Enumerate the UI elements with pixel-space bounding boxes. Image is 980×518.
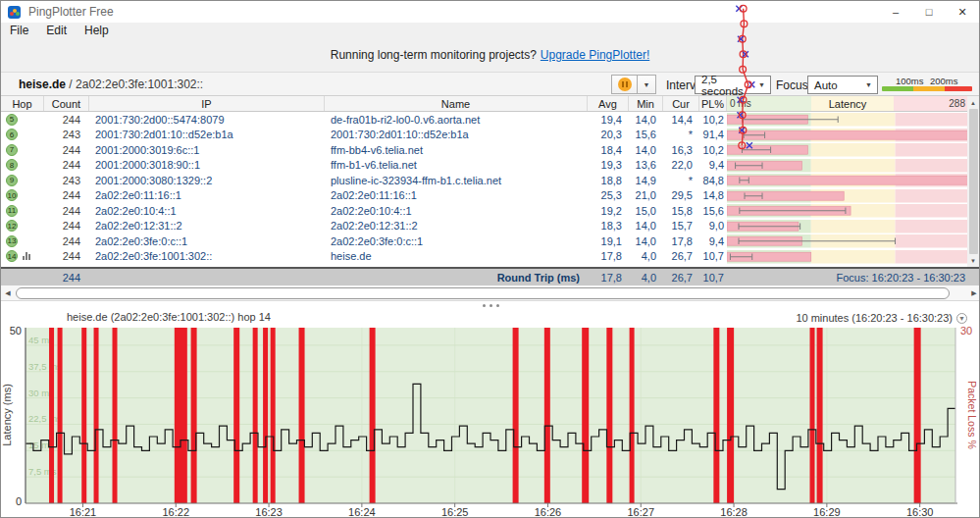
table-row[interactable]: 12 244 2a02:2e0:12:31::2 2a02:2e0:12:31:… <box>1 219 969 234</box>
scroll-up-icon[interactable]: ▲ <box>967 96 979 109</box>
cur-cell: * <box>663 173 699 188</box>
table-row[interactable]: 9 243 2001:2000:3080:1329::2 plusline-ic… <box>1 173 969 188</box>
min-cell: 14,0 <box>629 142 663 158</box>
min-cell: 14,0 <box>629 219 663 234</box>
svg-text:16:23: 16:23 <box>255 506 283 518</box>
chevron-down-icon: ▼ <box>758 81 765 88</box>
hop-cell: 8 <box>1 158 44 174</box>
avg-cell: 19,1 <box>588 233 629 249</box>
svg-text:16:21: 16:21 <box>70 506 97 518</box>
name-cell: 2a02:2e0:12:31::2 <box>325 219 588 234</box>
avg-cell: 20,3 <box>588 128 629 143</box>
ip-cell: 2a02:2e0:10:4::1 <box>89 203 325 219</box>
header-count[interactable]: Count <box>44 96 89 111</box>
menu-file[interactable]: File <box>1 24 37 37</box>
target-field[interactable]: heise.de / 2a02:2e0:3fe:1001:302:: <box>19 78 203 91</box>
svg-text:16:29: 16:29 <box>813 506 841 518</box>
scroll-left-icon[interactable]: ◀ <box>1 285 15 300</box>
table-row[interactable]: 13 244 2a02:2e0:3fe:0:c::1 2a02:2e0:3fe:… <box>1 233 969 249</box>
round-trip-label: Round Trip (ms) <box>325 272 588 284</box>
avg-cell: 18,3 <box>588 219 629 234</box>
latency-graph-cell <box>727 188 969 204</box>
table-row[interactable]: 8 244 2001:2000:3018:90::1 ffm-b1-v6.tel… <box>1 158 969 174</box>
vertical-scroll-thumb[interactable] <box>969 109 978 254</box>
focus-select[interactable]: Auto ▼ <box>807 76 878 94</box>
latency-graph-cell <box>727 203 969 219</box>
count-cell: 244 <box>44 188 89 204</box>
menu-edit[interactable]: Edit <box>37 24 76 37</box>
focus-label: Focus <box>776 78 808 92</box>
header-name[interactable]: Name <box>325 96 588 111</box>
scroll-down-icon[interactable]: ▼ <box>967 254 979 267</box>
pause-dropdown-button[interactable]: ▼ <box>637 75 656 94</box>
timeline-header: heise.de (2a02:2e0:3fe:1001:302::) hop 1… <box>1 309 980 326</box>
trace-table-header: Hop Count IP Name Avg Min Cur PL% 0 ms L… <box>1 96 969 112</box>
table-row[interactable]: 7 244 2001:2000:3019:6c::1 ffm-bb4-v6.te… <box>1 142 969 158</box>
legend-100ms: 100ms <box>896 76 924 86</box>
pl-cell: 9,4 <box>699 233 727 249</box>
round-trip-avg: 17,8 <box>588 269 629 285</box>
horizontal-scroll-thumb[interactable] <box>16 287 950 299</box>
latency-graph-cell <box>727 249 969 265</box>
pause-button[interactable] <box>611 75 638 94</box>
table-vertical-scrollbar[interactable]: ▲ ▼ <box>967 96 979 267</box>
table-row[interactable]: 11 244 2a02:2e0:10:4::1 2a02:2e0:10:4::1… <box>1 203 969 219</box>
latency-color-legend: 100ms 200ms <box>882 76 972 94</box>
header-min[interactable]: Min <box>629 96 663 111</box>
avg-cell: 18,4 <box>588 142 629 158</box>
name-cell: ffm-b1-v6.telia.net <box>325 158 588 174</box>
name-cell: ffm-bb4-v6.telia.net <box>325 142 588 158</box>
count-cell: 244 <box>44 158 89 174</box>
target-host: heise.de <box>19 78 66 91</box>
min-cell: 21,0 <box>629 188 663 204</box>
latency-graph-cell <box>727 219 969 234</box>
header-latency[interactable]: 0 ms Latency 288 <box>727 96 969 111</box>
timeline-range-select[interactable]: 10 minutes (16:20:23 - 16:30:23) ▼ <box>796 312 967 324</box>
hop-badge: 8 <box>6 159 18 171</box>
name-cell: heise.de <box>325 249 588 265</box>
count-cell: 244 <box>44 203 89 219</box>
header-ip[interactable]: IP <box>89 96 325 111</box>
table-horizontal-scrollbar[interactable]: ◀ ▶ <box>1 285 980 301</box>
pl-cell: 84,8 <box>699 173 727 188</box>
scroll-right-icon[interactable]: ▶ <box>967 285 980 300</box>
latency-graph-cell <box>727 142 969 158</box>
svg-text:50: 50 <box>10 325 22 337</box>
min-cell: 15,0 <box>629 203 663 219</box>
hop-badge: 6 <box>6 129 18 140</box>
cur-cell: 16,3 <box>663 142 699 158</box>
count-cell: 244 <box>44 233 89 249</box>
name-cell: plusline-ic-323934-ffm-b1.c.telia.net <box>325 173 588 188</box>
close-button[interactable]: ✕ <box>946 1 979 23</box>
pl-cell: 9,4 <box>699 158 727 174</box>
name-cell: 2a02:2e0:11:16::1 <box>325 188 588 204</box>
hop-badge: 13 <box>6 235 18 247</box>
cur-cell: 15,7 <box>663 219 699 234</box>
title-bar: PingPlotter Free – □ ✕ <box>1 1 979 23</box>
header-avg[interactable]: Avg <box>588 96 629 111</box>
cur-cell: * <box>663 128 699 143</box>
cur-cell: 15,8 <box>663 203 699 219</box>
timeline-chart: 16:2116:2216:2316:2416:2516:2616:2716:28… <box>1 325 980 518</box>
svg-text:16:30: 16:30 <box>906 506 934 518</box>
interval-select[interactable]: 2,5 seconds ▼ <box>695 76 771 94</box>
svg-text:16:26: 16:26 <box>535 506 562 518</box>
upgrade-link[interactable]: Upgrade PingPlotter! <box>541 48 649 62</box>
pl-cell: 14,8 <box>699 188 727 204</box>
menu-help[interactable]: Help <box>76 24 118 37</box>
header-hop[interactable]: Hop <box>1 96 44 111</box>
table-row[interactable]: 10 244 2a02:2e0:11:16::1 2a02:2e0:11:16:… <box>1 188 969 204</box>
table-row[interactable]: 5 244 2001:730:2d00::5474:8079 de-fra01b… <box>1 112 969 128</box>
legend-gradient-bar <box>882 86 972 91</box>
header-cur[interactable]: Cur <box>663 96 699 111</box>
minimize-button[interactable]: – <box>879 1 912 23</box>
timeline-plot[interactable]: 16:2116:2216:2316:2416:2516:2616:2716:28… <box>1 325 980 518</box>
table-row[interactable]: 14 244 2a02:2e0:3fe:1001:302:: heise.de … <box>1 249 969 265</box>
latency-graph-cell <box>727 128 969 143</box>
min-cell: 14,0 <box>629 233 663 249</box>
header-pl[interactable]: PL% <box>699 96 727 111</box>
maximize-button[interactable]: □ <box>912 1 946 23</box>
pl-cell: 15,6 <box>699 203 727 219</box>
latency-graph-cell <box>727 112 969 128</box>
table-row[interactable]: 6 243 2001:730:2d01:10::d52e:b1a 2001:73… <box>1 128 969 143</box>
